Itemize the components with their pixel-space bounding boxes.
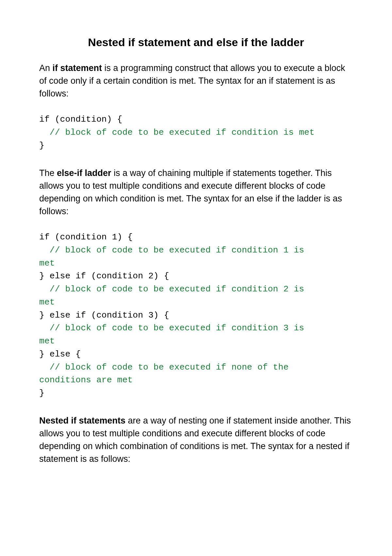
para1-bold: if statement (53, 63, 102, 73)
code1-line1: if (condition) { (39, 113, 353, 126)
para1-pre: An (39, 63, 53, 73)
code1-line2: // block of code to be executed if condi… (39, 126, 353, 139)
code2-line2a: // block of code to be executed if condi… (39, 244, 353, 257)
code2-line7: } else { (39, 348, 353, 361)
code2-line6b: met (39, 335, 353, 348)
code2-line4a: // block of code to be executed if condi… (39, 283, 353, 296)
code2-line5: } else if (condition 3) { (39, 309, 353, 322)
code2-line4b: met (39, 296, 353, 309)
document-page: Nested if statement and else if the ladd… (0, 0, 392, 556)
para2-bold: else-if ladder (57, 168, 111, 178)
code2-line9: } (39, 387, 353, 400)
code2-line8a: // block of code to be executed if none … (39, 361, 353, 374)
code2-line3: } else if (condition 2) { (39, 270, 353, 283)
para2-pre: The (39, 168, 57, 178)
code2-line6a: // block of code to be executed if condi… (39, 322, 353, 335)
code1-line3: } (39, 139, 353, 152)
intro-paragraph-1: An if statement is a programming constru… (39, 62, 353, 100)
code-block-elseif: if (condition 1) { // block of code to b… (39, 231, 353, 400)
para3-bold: Nested if statements (39, 416, 125, 426)
code-block-if: if (condition) { // block of code to be … (39, 113, 353, 152)
intro-paragraph-2: The else-if ladder is a way of chaining … (39, 167, 353, 218)
code2-line1: if (condition 1) { (39, 231, 353, 244)
code2-line2b: met (39, 257, 353, 270)
page-title: Nested if statement and else if the ladd… (39, 36, 353, 49)
code2-line8b: conditions are met (39, 374, 353, 387)
intro-paragraph-3: Nested if statements are a way of nestin… (39, 414, 353, 466)
